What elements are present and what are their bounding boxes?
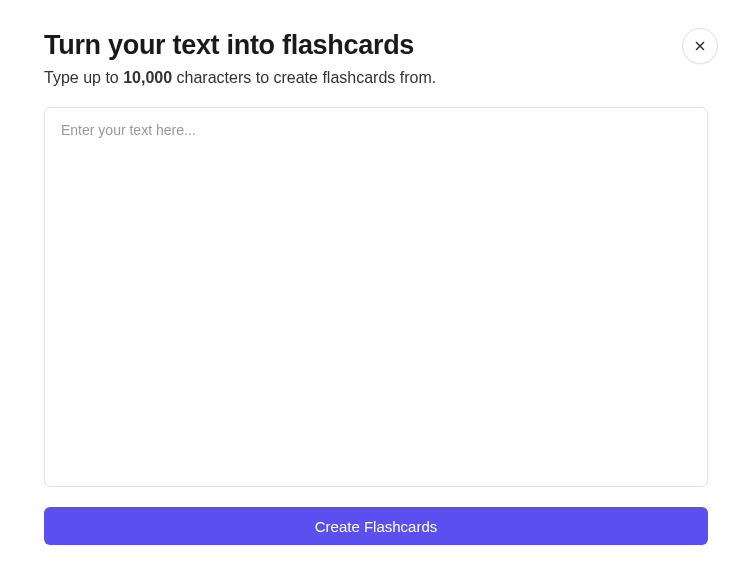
page-title: Turn your text into flashcards xyxy=(44,30,658,61)
create-flashcards-button[interactable]: Create Flashcards xyxy=(44,507,708,545)
close-icon xyxy=(692,38,708,54)
close-button[interactable] xyxy=(682,28,718,64)
text-input-container xyxy=(44,107,708,491)
modal-header: Turn your text into flashcards Type up t… xyxy=(44,30,708,87)
subtitle-prefix: Type up to xyxy=(44,69,123,86)
char-limit: 10,000 xyxy=(123,69,172,86)
subtitle-suffix: characters to create flashcards from. xyxy=(172,69,436,86)
flashcard-text-input[interactable] xyxy=(44,107,708,487)
page-subtitle: Type up to 10,000 characters to create f… xyxy=(44,69,658,87)
